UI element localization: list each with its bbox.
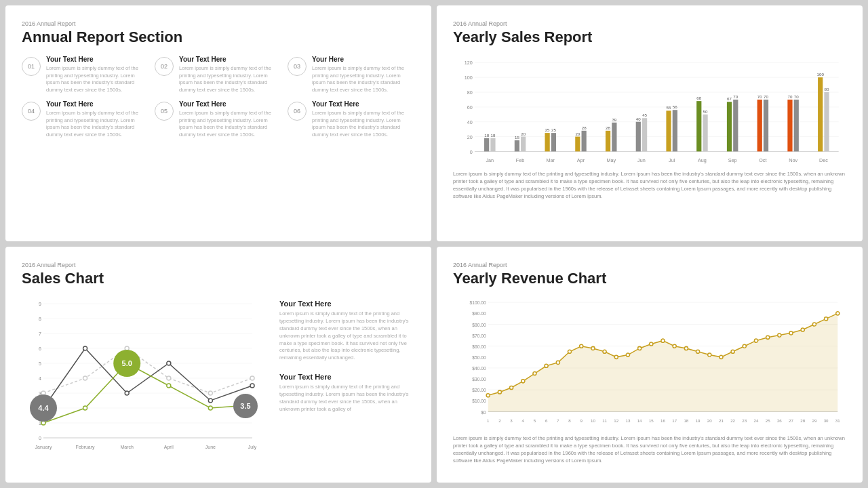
svg-text:May: May [606, 157, 616, 163]
svg-point-192 [719, 355, 723, 359]
svg-rect-16 [490, 138, 495, 152]
svg-text:9: 9 [580, 418, 583, 423]
svg-text:20: 20 [521, 131, 526, 136]
svg-rect-36 [612, 123, 616, 152]
right-block-title-2: Your Text Here [279, 373, 415, 381]
svg-text:April: April [164, 445, 174, 450]
svg-text:70: 70 [757, 94, 762, 99]
svg-rect-29 [575, 137, 580, 152]
item-number-2: 02 [155, 57, 174, 76]
panel-title-3: Sales Chart [22, 270, 415, 287]
svg-point-175 [521, 380, 525, 383]
svg-text:22: 22 [730, 418, 735, 423]
svg-text:28: 28 [800, 418, 805, 423]
right-block-text-2: Lorem ipsum is simply dummy text of the … [279, 384, 415, 413]
item-number-3: 03 [288, 57, 307, 76]
svg-point-178 [556, 361, 559, 364]
svg-text:18: 18 [491, 133, 496, 138]
svg-text:6: 6 [545, 418, 548, 423]
svg-rect-31 [582, 131, 587, 152]
svg-point-182 [603, 350, 606, 353]
panel-title-2: Yearly Sales Report [453, 28, 846, 46]
svg-text:24: 24 [754, 418, 759, 423]
svg-text:4.4: 4.4 [38, 404, 49, 412]
svg-text:Nov: Nov [789, 157, 797, 163]
svg-point-173 [498, 390, 501, 394]
svg-point-107 [83, 346, 87, 350]
svg-text:February: February [76, 445, 96, 450]
item-title-4: Your Text Here [46, 100, 149, 108]
item-title-1: Your Text Here [46, 56, 149, 63]
svg-text:21: 21 [719, 418, 724, 423]
item-number-4: 04 [22, 102, 41, 121]
svg-text:9: 9 [39, 302, 41, 306]
svg-point-174 [510, 386, 513, 389]
svg-point-109 [167, 361, 171, 365]
svg-text:6: 6 [39, 346, 41, 351]
svg-text:3.5: 3.5 [240, 402, 250, 410]
svg-text:12: 12 [614, 418, 618, 423]
svg-text:$20.00: $20.00 [472, 388, 486, 392]
svg-text:Jul: Jul [669, 157, 675, 163]
svg-text:Sep: Sep [728, 157, 737, 163]
svg-text:31: 31 [835, 418, 840, 423]
right-block-1: Your Text Here Lorem ipsum is simply dum… [279, 300, 415, 362]
svg-text:16: 16 [660, 418, 665, 423]
item-card-4: 04 Your Text Here Lorem ipsum is simply … [22, 100, 149, 138]
item-title-3: Your Here [312, 56, 415, 63]
svg-text:25: 25 [551, 127, 556, 132]
svg-text:100: 100 [817, 72, 825, 77]
item-card-3: 03 Your Here Lorem ipsum is simply dummy… [288, 56, 415, 94]
svg-text:4: 4 [522, 418, 525, 423]
svg-point-108 [125, 391, 129, 395]
svg-text:13: 13 [626, 418, 631, 423]
svg-text:70: 70 [788, 94, 793, 99]
svg-rect-71 [824, 92, 829, 151]
svg-text:$100.00: $100.00 [470, 300, 486, 305]
svg-text:20: 20 [575, 131, 580, 136]
svg-point-115 [167, 384, 171, 388]
svg-text:$50.00: $50.00 [472, 355, 486, 360]
item-text-5: Lorem ipsum is simply dummy text of the … [179, 110, 282, 138]
item-text-3: Lorem ipsum is simply dummy text of the … [312, 65, 415, 94]
svg-text:80: 80 [825, 87, 829, 92]
svg-text:5.0: 5.0 [122, 359, 132, 367]
svg-point-194 [743, 344, 746, 348]
svg-text:Jan: Jan [486, 157, 494, 163]
svg-rect-56 [733, 100, 738, 151]
svg-text:0: 0 [39, 436, 41, 441]
svg-text:23: 23 [742, 418, 747, 423]
svg-point-195 [754, 339, 757, 342]
item-number-1: 01 [22, 57, 41, 76]
item-content-1: Your Text Here Lorem ipsum is simply dum… [46, 56, 149, 94]
item-content-3: Your Here Lorem ipsum is simply dummy te… [312, 56, 415, 94]
svg-text:July: July [248, 445, 257, 450]
revenue-chart-area: $0$10.00$20.00$30.00$40.00$50.00$60.00$7… [453, 297, 846, 428]
svg-text:Oct: Oct [759, 157, 766, 163]
svg-point-200 [812, 323, 816, 326]
panel-revenue-chart: 2016 Annual Report Yearly Revenue Chart … [437, 247, 863, 483]
svg-point-201 [825, 317, 828, 321]
line-chart-right: Your Text Here Lorem ipsum is simply dum… [279, 297, 415, 455]
svg-point-185 [638, 346, 642, 350]
svg-text:15: 15 [515, 135, 519, 140]
svg-text:39: 39 [612, 117, 616, 122]
report-label-4: 2016 Annual Report [453, 262, 846, 268]
items-grid: 01 Your Text Here Lorem ipsum is simply … [22, 56, 415, 138]
item-title-2: Your Text Here [179, 56, 282, 63]
svg-point-187 [661, 339, 665, 342]
svg-point-180 [580, 344, 583, 348]
report-label-1: 2016 Annual Report [22, 20, 415, 27]
svg-text:3: 3 [510, 418, 513, 423]
svg-text:70: 70 [733, 94, 738, 99]
svg-text:45: 45 [642, 113, 647, 117]
svg-point-186 [650, 342, 653, 346]
svg-point-191 [708, 353, 711, 357]
svg-point-172 [486, 394, 490, 397]
svg-point-190 [696, 350, 700, 353]
panel-title-1: Annual Report Section [22, 28, 415, 46]
item-text-2: Lorem ipsum is simply dummy text of the … [179, 65, 282, 94]
right-block-text-1: Lorem ipsum is simply dummy text of the … [279, 310, 415, 362]
svg-text:80: 80 [467, 89, 473, 96]
svg-point-176 [533, 371, 536, 375]
